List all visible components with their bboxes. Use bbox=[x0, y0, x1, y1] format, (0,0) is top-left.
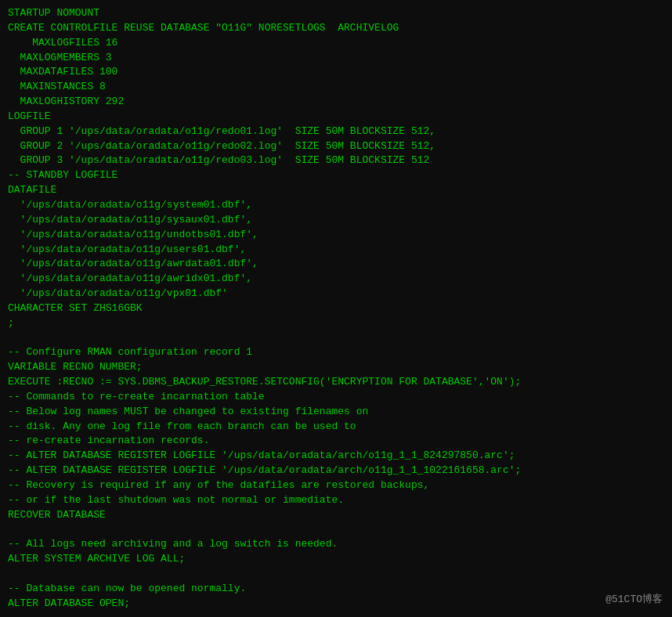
watermark: @51CTO博客 bbox=[605, 592, 663, 606]
terminal-window: STARTUP NOMOUNT CREATE CONTROLFILE REUSE… bbox=[0, 0, 672, 617]
code-content: STARTUP NOMOUNT CREATE CONTROLFILE REUSE… bbox=[8, 6, 664, 612]
